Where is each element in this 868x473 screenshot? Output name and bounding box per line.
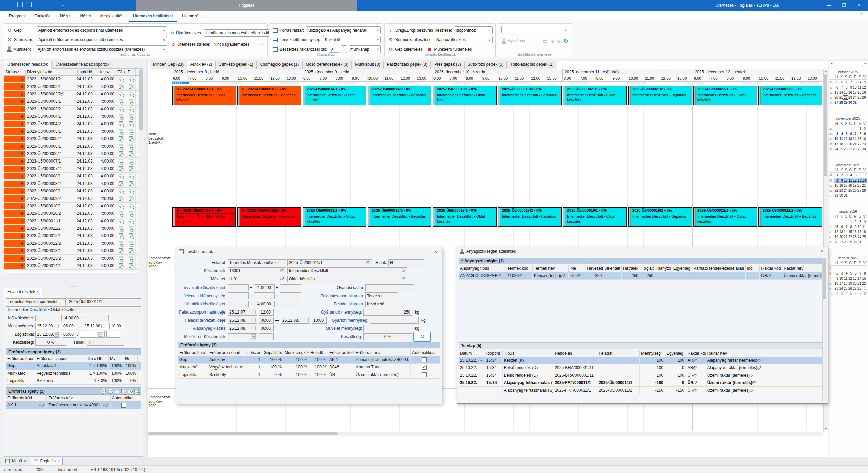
calendar-day[interactable]: 28 xyxy=(857,287,862,290)
need-row[interactable]: AK-1∨Zománcozott autokláv 4000 I.∨ xyxy=(6,402,141,409)
calendar-day[interactable]: 27 xyxy=(839,240,844,244)
resource-row[interactable]: LogisztikaSzékhely10 %100 %100 %ÜRÜzemi … xyxy=(178,371,440,379)
calendar-day[interactable]: 12 xyxy=(852,178,857,182)
calendar-day[interactable]: 6 xyxy=(852,292,857,296)
calendar-day[interactable]: 8 xyxy=(848,225,853,229)
logistics-date[interactable]: 25.12.08.··· xyxy=(35,331,60,338)
refresh-settings-icon[interactable]: ↻ xyxy=(564,38,568,45)
calendar-day[interactable]: 25 xyxy=(862,235,866,239)
calendar-day[interactable]: 29 xyxy=(848,240,853,244)
calendar-day[interactable]: 1 xyxy=(848,220,853,224)
dialog-field[interactable]: 25.12.08.··· xyxy=(228,317,257,324)
calendar-day[interactable]: 1 xyxy=(862,266,866,270)
column-header[interactable]: Alapanyag típus xyxy=(459,265,506,272)
combo-1[interactable]: Ajánlott erőforrások és csoportszintű üt… xyxy=(37,36,167,43)
column-header[interactable]: Raktár kód xyxy=(686,350,706,357)
column-header[interactable]: Erőforrás csoport xyxy=(35,355,86,362)
table-row[interactable]: H2023-Ü5/000007/224.12.03.4:00:00 xyxy=(4,165,143,173)
column-header[interactable]: Raktár kód xyxy=(760,265,782,272)
calendar-day[interactable]: 24 xyxy=(857,235,862,239)
calendar-day[interactable]: 14 xyxy=(843,230,848,234)
calendar-day[interactable]: 18 xyxy=(857,91,862,94)
calendar-day[interactable]: 18 xyxy=(843,282,848,285)
panel-splitter[interactable] xyxy=(4,285,143,287)
attachment-icon[interactable] xyxy=(41,403,45,408)
undo-icon[interactable] xyxy=(53,2,58,7)
column-header[interactable]: Db x Gb xyxy=(86,355,109,362)
task-add-icon[interactable] xyxy=(129,263,133,268)
calendar-day[interactable]: 6 xyxy=(857,173,862,177)
calendar-day[interactable]: 15 xyxy=(862,277,866,280)
tab--temezetlen-feladatcsoportok[interactable]: Ütemezetlen feladatcsoportok xyxy=(52,61,113,69)
machine-overload-button[interactable]: ⚙Gép túlterhelés xyxy=(388,46,422,52)
calendar-day[interactable]: 5 xyxy=(848,292,853,296)
column-header[interactable]: Típus xyxy=(503,350,554,357)
task-add-icon[interactable] xyxy=(129,84,133,89)
calendar-day[interactable]: 13 xyxy=(834,91,839,94)
table-row[interactable]: H2023-Ü5/000008/124.12.03.4:00:00 xyxy=(4,173,143,180)
grid-add-below-icon[interactable] xyxy=(134,389,139,393)
calendar-day[interactable]: 24 xyxy=(834,147,839,151)
column-header[interactable]: Hi xyxy=(123,355,138,362)
calendar-day[interactable]: 28 xyxy=(839,101,844,105)
dialog-field[interactable] xyxy=(280,284,301,291)
calendar-day[interactable]: 23 xyxy=(848,96,853,99)
task-group-add-icon[interactable] xyxy=(119,166,123,171)
gantt-bar[interactable]: 2025-Ü5/000017/2 • 0%Intermedier Desztil… xyxy=(498,207,562,227)
calendar-day[interactable]: 30 xyxy=(862,147,866,151)
more-icon[interactable]: ··· xyxy=(251,310,256,314)
column-header[interactable]: Gépállítás xyxy=(262,349,283,356)
dialog-field[interactable] xyxy=(228,284,249,291)
task-grid-scrollbar[interactable] xyxy=(139,69,143,273)
table-row[interactable]: H2023-Ü5/000008/224.12.03.4:00:00 xyxy=(4,180,143,188)
dialog-field[interactable] xyxy=(363,325,412,332)
calendar-day[interactable]: 10 xyxy=(843,178,848,182)
refresh-progress-button[interactable]: ↻ xyxy=(413,332,431,342)
work-time-from[interactable]: 06:00 xyxy=(62,323,76,329)
column-header[interactable]: Mennyiség xyxy=(640,350,665,357)
gantt-bar[interactable]: 2025-Ü5/000019/1 • 0%Intermedier Desztil… xyxy=(563,207,627,227)
column-header-bizonylatszám[interactable]: Bizonylatszám▲ xyxy=(26,69,75,75)
dialog-field[interactable]: 12:00 xyxy=(259,309,274,316)
calendar-day[interactable]: 1 xyxy=(862,240,866,244)
table-row[interactable]: H2023-Ü5/000009/124.12.03.4:00:00 xyxy=(4,188,143,195)
grid-add-above-icon[interactable] xyxy=(128,389,132,393)
gantt-bar[interactable]: 2025-Ü5/000019/2 • 0%Intermedier Desztil… xyxy=(628,207,692,227)
calendar-day[interactable]: 26 xyxy=(834,240,839,244)
gantt-bar[interactable]: 2025-Ü5/000018/2 • 0%Intermedier Desztil… xyxy=(498,86,562,105)
gantt-bar[interactable]: 2025-Ü5/000021/1 • 0%Intermedier Desztil… xyxy=(563,86,627,105)
calendar-day[interactable]: 23 xyxy=(852,235,857,239)
task-group-add-icon[interactable] xyxy=(119,189,123,193)
grid-insert-icon[interactable] xyxy=(115,389,119,393)
minimize-button[interactable]: — xyxy=(822,0,836,11)
table-row[interactable]: H2023-Ü5/000013/224.12.03.4:00:00 xyxy=(4,255,143,262)
calendar-day[interactable]: 26 xyxy=(852,189,857,192)
dialog-field[interactable] xyxy=(228,292,249,299)
calendar-day[interactable]: 8 xyxy=(834,178,839,182)
calendar-day[interactable]: 7 xyxy=(857,271,862,275)
attachment-icon[interactable] xyxy=(52,364,56,368)
task-add-icon[interactable] xyxy=(129,241,133,245)
column-header[interactable]: Dátum xyxy=(459,350,485,357)
tab--temezetlen-feladatok[interactable]: Ütemezetlen feladatok xyxy=(4,61,52,69)
calendar-day[interactable]: 17 xyxy=(834,142,839,146)
column-header[interactable]: Tervezett xyxy=(585,265,603,272)
calendar-day[interactable]: 24 xyxy=(852,96,857,99)
column-header[interactable]: Hátralék xyxy=(622,265,640,272)
attachment-icon[interactable] xyxy=(366,260,370,265)
dialog-field[interactable]: 06:00 xyxy=(259,325,274,332)
column-header[interactable]: Rendelés xyxy=(553,350,597,357)
calendar-day[interactable]: 17 xyxy=(857,230,862,234)
calendar-day[interactable]: 26 xyxy=(843,147,848,151)
task-add-icon[interactable] xyxy=(129,233,133,238)
calendar-day[interactable]: 3 xyxy=(834,132,839,136)
column-header[interactable]: Me xyxy=(569,265,585,272)
scroll-down-icon[interactable]: ▼ xyxy=(824,427,828,431)
attachment-icon[interactable] xyxy=(498,273,502,278)
logistics-time[interactable]: 06:00 xyxy=(62,331,76,338)
errors-field[interactable]: H xyxy=(87,339,124,346)
calendar-day[interactable]: 10 xyxy=(839,277,844,280)
more-icon[interactable]: ··· xyxy=(251,326,256,330)
calendar-day[interactable]: 19 xyxy=(848,282,853,285)
calendar-day[interactable]: 1 xyxy=(843,80,848,84)
